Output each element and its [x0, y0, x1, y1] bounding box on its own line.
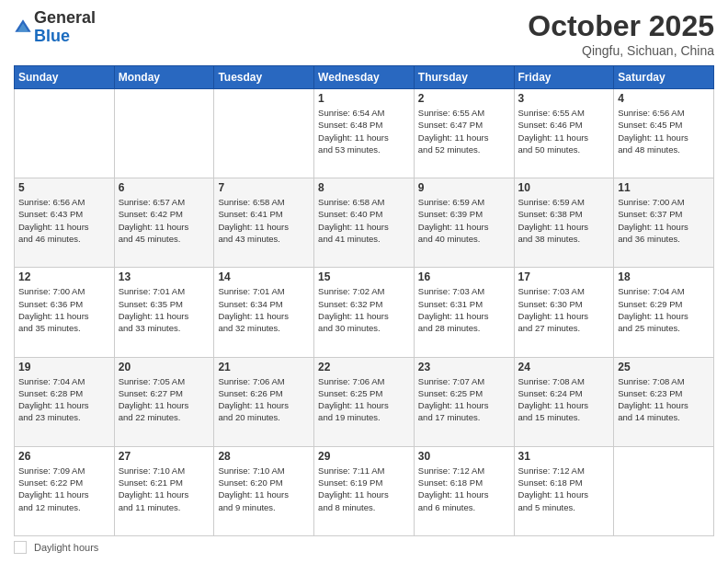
logo-text: General Blue [34, 9, 96, 46]
calendar-cell: 23Sunrise: 7:07 AM Sunset: 6:25 PM Dayli… [414, 357, 514, 446]
day-number: 13 [119, 270, 210, 283]
weekday-header: Monday [114, 66, 214, 89]
calendar-cell: 13Sunrise: 7:01 AM Sunset: 6:35 PM Dayli… [114, 268, 214, 357]
weekday-header: Tuesday [214, 66, 314, 89]
calendar-cell: 12Sunrise: 7:00 AM Sunset: 6:36 PM Dayli… [15, 268, 115, 357]
day-info: Sunrise: 7:05 AM Sunset: 6:27 PM Dayligh… [119, 375, 210, 424]
day-info: Sunrise: 7:11 AM Sunset: 6:19 PM Dayligh… [318, 465, 410, 513]
calendar-cell: 11Sunrise: 7:00 AM Sunset: 6:37 PM Dayli… [614, 178, 714, 268]
day-info: Sunrise: 7:04 AM Sunset: 6:28 PM Dayligh… [18, 375, 110, 424]
day-number: 20 [119, 361, 210, 373]
day-number: 7 [218, 181, 310, 194]
calendar-cell: 28Sunrise: 7:10 AM Sunset: 6:20 PM Dayli… [214, 446, 314, 535]
day-info: Sunrise: 7:12 AM Sunset: 6:18 PM Dayligh… [418, 465, 510, 513]
day-number: 11 [618, 181, 710, 194]
calendar-cell: 21Sunrise: 7:06 AM Sunset: 6:26 PM Dayli… [214, 357, 314, 446]
day-number: 5 [18, 181, 110, 194]
day-number: 1 [318, 92, 410, 105]
day-number: 23 [418, 361, 510, 373]
calendar-cell: 17Sunrise: 7:03 AM Sunset: 6:30 PM Dayli… [514, 268, 614, 357]
calendar-cell: 19Sunrise: 7:04 AM Sunset: 6:28 PM Dayli… [15, 357, 115, 446]
day-info: Sunrise: 7:02 AM Sunset: 6:32 PM Dayligh… [318, 285, 410, 334]
day-info: Sunrise: 7:10 AM Sunset: 6:20 PM Dayligh… [218, 465, 310, 513]
calendar-cell: 7Sunrise: 6:58 AM Sunset: 6:41 PM Daylig… [214, 178, 314, 268]
calendar-cell [15, 89, 115, 178]
calendar-cell: 27Sunrise: 7:10 AM Sunset: 6:21 PM Dayli… [114, 446, 214, 535]
calendar-cell: 31Sunrise: 7:12 AM Sunset: 6:18 PM Dayli… [514, 446, 614, 535]
page: General Blue October 2025 Qingfu, Sichua… [0, 0, 728, 563]
day-info: Sunrise: 7:12 AM Sunset: 6:18 PM Dayligh… [518, 465, 610, 513]
weekday-header: Thursday [414, 66, 514, 89]
day-info: Sunrise: 6:55 AM Sunset: 6:47 PM Dayligh… [418, 107, 510, 155]
day-number: 31 [518, 450, 610, 463]
day-info: Sunrise: 7:03 AM Sunset: 6:31 PM Dayligh… [418, 285, 510, 334]
day-number: 8 [318, 181, 410, 194]
day-number: 17 [518, 270, 610, 283]
day-number: 28 [218, 450, 310, 463]
day-number: 27 [119, 450, 210, 463]
calendar-cell: 14Sunrise: 7:01 AM Sunset: 6:34 PM Dayli… [214, 268, 314, 357]
day-info: Sunrise: 7:10 AM Sunset: 6:21 PM Dayligh… [119, 465, 210, 513]
day-number: 29 [318, 450, 410, 463]
logo: General Blue [14, 9, 96, 46]
calendar-cell: 16Sunrise: 7:03 AM Sunset: 6:31 PM Dayli… [414, 268, 514, 357]
calendar-cell: 8Sunrise: 6:58 AM Sunset: 6:40 PM Daylig… [314, 178, 415, 268]
calendar-cell: 26Sunrise: 7:09 AM Sunset: 6:22 PM Dayli… [15, 446, 115, 535]
month-title: October 2025 [528, 9, 714, 43]
day-number: 16 [418, 270, 510, 283]
day-number: 6 [119, 181, 210, 194]
calendar-cell: 2Sunrise: 6:55 AM Sunset: 6:47 PM Daylig… [414, 89, 514, 178]
calendar-cell: 4Sunrise: 6:56 AM Sunset: 6:45 PM Daylig… [614, 89, 714, 178]
calendar-cell: 29Sunrise: 7:11 AM Sunset: 6:19 PM Dayli… [314, 446, 415, 535]
day-number: 4 [618, 92, 710, 105]
calendar-cell: 9Sunrise: 6:59 AM Sunset: 6:39 PM Daylig… [414, 178, 514, 268]
day-number: 18 [618, 270, 710, 283]
day-info: Sunrise: 6:58 AM Sunset: 6:41 PM Dayligh… [218, 196, 310, 245]
calendar-cell: 20Sunrise: 7:05 AM Sunset: 6:27 PM Dayli… [114, 357, 214, 446]
day-number: 12 [18, 270, 110, 283]
day-number: 2 [418, 92, 510, 105]
day-number: 21 [218, 361, 310, 373]
calendar-cell [614, 446, 714, 535]
day-number: 3 [518, 92, 610, 105]
day-info: Sunrise: 7:08 AM Sunset: 6:23 PM Dayligh… [618, 375, 710, 424]
calendar: SundayMondayTuesdayWednesdayThursdayFrid… [14, 65, 714, 536]
calendar-cell: 18Sunrise: 7:04 AM Sunset: 6:29 PM Dayli… [614, 268, 714, 357]
weekday-header: Sunday [15, 66, 115, 89]
day-number: 10 [518, 181, 610, 194]
calendar-cell [114, 89, 214, 178]
header: General Blue October 2025 Qingfu, Sichua… [14, 9, 714, 58]
day-info: Sunrise: 7:03 AM Sunset: 6:30 PM Dayligh… [518, 285, 610, 334]
day-number: 19 [18, 361, 110, 373]
weekday-header-row: SundayMondayTuesdayWednesdayThursdayFrid… [15, 66, 714, 89]
day-number: 30 [418, 450, 510, 463]
day-info: Sunrise: 6:57 AM Sunset: 6:42 PM Dayligh… [119, 196, 210, 245]
calendar-cell: 1Sunrise: 6:54 AM Sunset: 6:48 PM Daylig… [314, 89, 415, 178]
weekday-header: Wednesday [314, 66, 415, 89]
day-info: Sunrise: 6:59 AM Sunset: 6:38 PM Dayligh… [518, 196, 610, 245]
day-info: Sunrise: 7:04 AM Sunset: 6:29 PM Dayligh… [618, 285, 710, 334]
day-info: Sunrise: 7:00 AM Sunset: 6:37 PM Dayligh… [618, 196, 710, 245]
week-row: 5Sunrise: 6:56 AM Sunset: 6:43 PM Daylig… [15, 178, 714, 268]
day-info: Sunrise: 7:08 AM Sunset: 6:24 PM Dayligh… [518, 375, 610, 424]
day-info: Sunrise: 7:06 AM Sunset: 6:26 PM Dayligh… [218, 375, 310, 424]
calendar-cell: 5Sunrise: 6:56 AM Sunset: 6:43 PM Daylig… [15, 178, 115, 268]
day-number: 26 [18, 450, 110, 463]
logo-icon [14, 18, 32, 37]
weekday-header: Saturday [614, 66, 714, 89]
day-number: 15 [318, 270, 410, 283]
day-info: Sunrise: 6:56 AM Sunset: 6:45 PM Dayligh… [618, 107, 710, 155]
day-info: Sunrise: 6:55 AM Sunset: 6:46 PM Dayligh… [518, 107, 610, 155]
title-area: October 2025 Qingfu, Sichuan, China [528, 9, 714, 58]
logo-blue: Blue [34, 27, 70, 45]
legend: Daylight hours [14, 541, 714, 554]
day-info: Sunrise: 6:56 AM Sunset: 6:43 PM Dayligh… [18, 196, 110, 245]
legend-label: Daylight hours [34, 542, 98, 553]
calendar-cell: 6Sunrise: 6:57 AM Sunset: 6:42 PM Daylig… [114, 178, 214, 268]
calendar-cell: 15Sunrise: 7:02 AM Sunset: 6:32 PM Dayli… [314, 268, 415, 357]
legend-box [14, 541, 27, 554]
day-info: Sunrise: 7:00 AM Sunset: 6:36 PM Dayligh… [18, 285, 110, 334]
day-info: Sunrise: 7:07 AM Sunset: 6:25 PM Dayligh… [418, 375, 510, 424]
calendar-cell [214, 89, 314, 178]
day-number: 14 [218, 270, 310, 283]
